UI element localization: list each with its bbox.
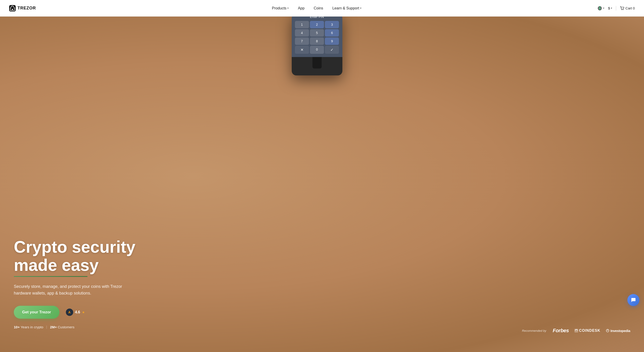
nav-products[interactable]: Products ▾: [272, 6, 289, 10]
nav-right: ▾ $ ▾ Cart 0: [598, 6, 635, 10]
chat-icon: [631, 297, 636, 303]
coindesk-logo: coindesk: [574, 329, 600, 333]
pin-1: 1: [295, 21, 309, 28]
cart-button[interactable]: Cart 0: [620, 6, 635, 10]
pin-8: 8: [310, 37, 324, 45]
stats-row: 10+ Years in crypto 2M+ Customers: [14, 325, 74, 329]
navbar: TREZOR Products ▾ App Coins Learn & Supp…: [0, 0, 644, 16]
recommended-label: Recommended by: [522, 329, 546, 333]
stat-years: 10+ Years in crypto: [14, 325, 43, 329]
pin-3: 3: [325, 21, 339, 28]
pin-cancel: ✕: [295, 46, 309, 54]
investopedia-logo: Investopedia: [606, 329, 630, 333]
cart-icon: [620, 6, 624, 10]
rating-badge: A 4.6 ★: [66, 309, 85, 316]
nav-divider: [616, 6, 616, 10]
lang-chevron-icon: ▾: [603, 7, 604, 10]
pin-confirm: ✓: [325, 46, 339, 54]
svg-point-8: [623, 9, 624, 10]
nav-coins[interactable]: Coins: [314, 6, 323, 10]
pin-0: 0: [310, 46, 324, 54]
pin-5: 5: [310, 29, 324, 36]
pin-2: 2: [310, 21, 324, 28]
pin-7: 7: [295, 37, 309, 45]
hero-underline: [14, 276, 88, 277]
forbes-logo: Forbes: [552, 328, 569, 334]
learn-support-chevron-icon: ▾: [360, 7, 362, 10]
cta-button[interactable]: Get your Trezor: [14, 306, 60, 319]
investopedia-icon: [606, 329, 610, 333]
hero-title: Crypto security made easy: [14, 238, 136, 274]
coindesk-icon: [574, 329, 578, 333]
recommended-logos: Forbes coindesk Investopedia: [552, 328, 630, 334]
language-selector[interactable]: ▾: [598, 6, 604, 10]
currency-selector[interactable]: $ ▾: [608, 6, 612, 10]
device-body: Enter PIN 1 2 3 4 5 6 7 8 9 ✕ 0 ✓: [292, 11, 342, 75]
globe-icon: [598, 6, 602, 10]
pin-4: 4: [295, 29, 309, 36]
stat-separator: [46, 326, 47, 329]
pin-grid: 1 2 3 4 5 6 7 8 9 ✕ 0 ✓: [295, 21, 339, 54]
rating-value: 4.6: [75, 310, 80, 314]
hero-section: Enter PIN 1 2 3 4 5 6 7 8 9 ✕ 0 ✓: [0, 0, 644, 352]
products-chevron-icon: ▾: [287, 7, 289, 10]
amazon-icon: A: [66, 309, 73, 316]
pin-6: 6: [325, 29, 339, 36]
nav-learn-support[interactable]: Learn & Support ▾: [332, 6, 362, 10]
hero-content: Crypto security made easy Securely store…: [0, 238, 150, 352]
svg-point-10: [606, 329, 609, 332]
pin-9: 9: [325, 37, 339, 45]
stat-customers: 2M+ Customers: [50, 325, 74, 329]
nav-app[interactable]: App: [298, 6, 304, 10]
recommended-row: Recommended by Forbes coindesk Investope…: [522, 328, 630, 334]
svg-rect-1: [12, 9, 13, 10]
trezor-logo-icon: [9, 5, 16, 11]
star-icon: ★: [82, 310, 85, 314]
device-stem: [312, 57, 322, 68]
logo[interactable]: TREZOR: [9, 5, 36, 11]
device-screen: Enter PIN 1 2 3 4 5 6 7 8 9 ✕ 0 ✓: [292, 11, 342, 57]
currency-chevron-icon: ▾: [611, 7, 612, 10]
hero-subtitle: Securely store, manage, and protect your…: [14, 283, 124, 297]
chat-button[interactable]: [628, 294, 640, 306]
logo-text: TREZOR: [18, 6, 36, 10]
trezor-device: Enter PIN 1 2 3 4 5 6 7 8 9 ✕ 0 ✓: [292, 11, 342, 75]
hero-cta-row: Get your Trezor A 4.6 ★ 10+ Years in cry…: [14, 306, 136, 329]
nav-links: Products ▾ App Coins Learn & Support ▾: [272, 6, 362, 10]
svg-point-7: [622, 9, 622, 10]
